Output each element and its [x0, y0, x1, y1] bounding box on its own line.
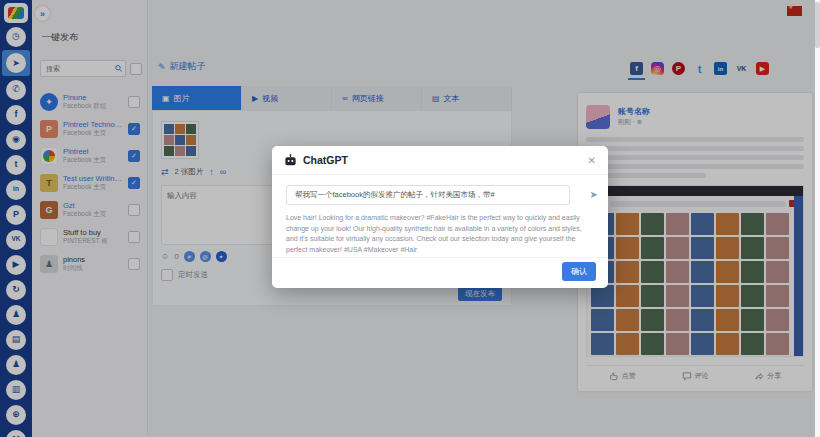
scrollbar-thumb[interactable]: [815, 2, 820, 48]
dialog-title: ChatGPT: [303, 154, 348, 166]
close-icon[interactable]: ✕: [588, 155, 596, 166]
chatgpt-dialog: ChatGPT ✕ ➤ Love hair! Looking for a dra…: [272, 146, 608, 288]
send-icon[interactable]: ➤: [590, 189, 598, 200]
chatgpt-response: Love hair! Looking for a dramatic makeov…: [286, 213, 592, 255]
confirm-button[interactable]: 确认: [562, 262, 596, 281]
app-window: ◷ ➤ ✆ f ◉ t in P VK ▶ ↻ ♟: [0, 0, 820, 437]
chatgpt-robot-icon: [284, 154, 297, 167]
prompt-input[interactable]: [293, 190, 563, 201]
browser-scrollbar[interactable]: [815, 0, 820, 437]
prompt-field[interactable]: [286, 185, 570, 205]
